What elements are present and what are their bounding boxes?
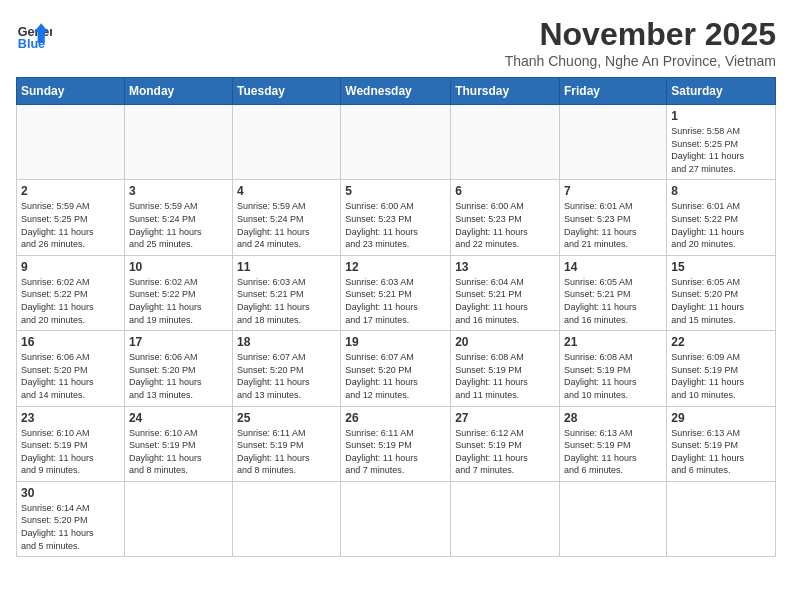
day-number: 2 — [21, 184, 120, 198]
day-info: Sunrise: 6:02 AM Sunset: 5:22 PM Dayligh… — [129, 276, 228, 326]
calendar-day-header: Thursday — [451, 78, 560, 105]
day-info: Sunrise: 6:08 AM Sunset: 5:19 PM Dayligh… — [564, 351, 662, 401]
day-info: Sunrise: 6:13 AM Sunset: 5:19 PM Dayligh… — [671, 427, 771, 477]
day-info: Sunrise: 5:59 AM Sunset: 5:24 PM Dayligh… — [129, 200, 228, 250]
day-info: Sunrise: 6:07 AM Sunset: 5:20 PM Dayligh… — [237, 351, 336, 401]
day-number: 8 — [671, 184, 771, 198]
calendar-cell: 19Sunrise: 6:07 AM Sunset: 5:20 PM Dayli… — [341, 331, 451, 406]
day-number: 18 — [237, 335, 336, 349]
day-number: 4 — [237, 184, 336, 198]
day-number: 30 — [21, 486, 120, 500]
day-info: Sunrise: 6:00 AM Sunset: 5:23 PM Dayligh… — [455, 200, 555, 250]
calendar-week-row: 1Sunrise: 5:58 AM Sunset: 5:25 PM Daylig… — [17, 105, 776, 180]
day-info: Sunrise: 6:04 AM Sunset: 5:21 PM Dayligh… — [455, 276, 555, 326]
calendar-week-row: 2Sunrise: 5:59 AM Sunset: 5:25 PM Daylig… — [17, 180, 776, 255]
day-info: Sunrise: 6:02 AM Sunset: 5:22 PM Dayligh… — [21, 276, 120, 326]
day-number: 5 — [345, 184, 446, 198]
calendar-cell — [560, 105, 667, 180]
calendar-cell: 23Sunrise: 6:10 AM Sunset: 5:19 PM Dayli… — [17, 406, 125, 481]
day-number: 1 — [671, 109, 771, 123]
calendar-cell: 14Sunrise: 6:05 AM Sunset: 5:21 PM Dayli… — [560, 255, 667, 330]
calendar-cell: 4Sunrise: 5:59 AM Sunset: 5:24 PM Daylig… — [233, 180, 341, 255]
calendar-cell: 12Sunrise: 6:03 AM Sunset: 5:21 PM Dayli… — [341, 255, 451, 330]
calendar-cell: 18Sunrise: 6:07 AM Sunset: 5:20 PM Dayli… — [233, 331, 341, 406]
calendar-cell: 17Sunrise: 6:06 AM Sunset: 5:20 PM Dayli… — [124, 331, 232, 406]
day-info: Sunrise: 6:14 AM Sunset: 5:20 PM Dayligh… — [21, 502, 120, 552]
day-info: Sunrise: 6:03 AM Sunset: 5:21 PM Dayligh… — [345, 276, 446, 326]
day-info: Sunrise: 5:59 AM Sunset: 5:25 PM Dayligh… — [21, 200, 120, 250]
calendar-cell: 24Sunrise: 6:10 AM Sunset: 5:19 PM Dayli… — [124, 406, 232, 481]
calendar-table: SundayMondayTuesdayWednesdayThursdayFrid… — [16, 77, 776, 557]
calendar-cell: 28Sunrise: 6:13 AM Sunset: 5:19 PM Dayli… — [560, 406, 667, 481]
day-info: Sunrise: 6:06 AM Sunset: 5:20 PM Dayligh… — [21, 351, 120, 401]
day-number: 6 — [455, 184, 555, 198]
calendar-cell: 5Sunrise: 6:00 AM Sunset: 5:23 PM Daylig… — [341, 180, 451, 255]
day-number: 13 — [455, 260, 555, 274]
calendar-cell: 6Sunrise: 6:00 AM Sunset: 5:23 PM Daylig… — [451, 180, 560, 255]
day-number: 22 — [671, 335, 771, 349]
calendar-cell: 27Sunrise: 6:12 AM Sunset: 5:19 PM Dayli… — [451, 406, 560, 481]
logo: General Blue — [16, 16, 52, 52]
day-info: Sunrise: 6:01 AM Sunset: 5:23 PM Dayligh… — [564, 200, 662, 250]
day-info: Sunrise: 6:05 AM Sunset: 5:20 PM Dayligh… — [671, 276, 771, 326]
day-number: 21 — [564, 335, 662, 349]
day-info: Sunrise: 6:10 AM Sunset: 5:19 PM Dayligh… — [129, 427, 228, 477]
day-number: 29 — [671, 411, 771, 425]
calendar-cell: 13Sunrise: 6:04 AM Sunset: 5:21 PM Dayli… — [451, 255, 560, 330]
calendar-cell: 26Sunrise: 6:11 AM Sunset: 5:19 PM Dayli… — [341, 406, 451, 481]
calendar-cell: 7Sunrise: 6:01 AM Sunset: 5:23 PM Daylig… — [560, 180, 667, 255]
calendar-cell: 10Sunrise: 6:02 AM Sunset: 5:22 PM Dayli… — [124, 255, 232, 330]
day-number: 25 — [237, 411, 336, 425]
calendar-cell: 9Sunrise: 6:02 AM Sunset: 5:22 PM Daylig… — [17, 255, 125, 330]
day-info: Sunrise: 6:03 AM Sunset: 5:21 PM Dayligh… — [237, 276, 336, 326]
day-number: 14 — [564, 260, 662, 274]
calendar-cell: 8Sunrise: 6:01 AM Sunset: 5:22 PM Daylig… — [667, 180, 776, 255]
day-info: Sunrise: 6:06 AM Sunset: 5:20 PM Dayligh… — [129, 351, 228, 401]
day-number: 16 — [21, 335, 120, 349]
page-header: General Blue November 2025 Thanh Chuong,… — [16, 16, 776, 69]
day-number: 27 — [455, 411, 555, 425]
calendar-cell — [451, 105, 560, 180]
day-info: Sunrise: 6:05 AM Sunset: 5:21 PM Dayligh… — [564, 276, 662, 326]
day-info: Sunrise: 5:58 AM Sunset: 5:25 PM Dayligh… — [671, 125, 771, 175]
calendar-day-header: Tuesday — [233, 78, 341, 105]
calendar-week-row: 9Sunrise: 6:02 AM Sunset: 5:22 PM Daylig… — [17, 255, 776, 330]
day-number: 3 — [129, 184, 228, 198]
calendar-cell: 2Sunrise: 5:59 AM Sunset: 5:25 PM Daylig… — [17, 180, 125, 255]
calendar-cell: 20Sunrise: 6:08 AM Sunset: 5:19 PM Dayli… — [451, 331, 560, 406]
title-block: November 2025 Thanh Chuong, Nghe An Prov… — [505, 16, 776, 69]
calendar-cell — [17, 105, 125, 180]
day-info: Sunrise: 6:10 AM Sunset: 5:19 PM Dayligh… — [21, 427, 120, 477]
day-number: 15 — [671, 260, 771, 274]
calendar-cell — [341, 105, 451, 180]
calendar-cell — [451, 481, 560, 556]
calendar-cell: 11Sunrise: 6:03 AM Sunset: 5:21 PM Dayli… — [233, 255, 341, 330]
day-number: 26 — [345, 411, 446, 425]
calendar-cell — [124, 481, 232, 556]
calendar-cell: 22Sunrise: 6:09 AM Sunset: 5:19 PM Dayli… — [667, 331, 776, 406]
calendar-cell: 29Sunrise: 6:13 AM Sunset: 5:19 PM Dayli… — [667, 406, 776, 481]
calendar-cell — [667, 481, 776, 556]
month-title: November 2025 — [505, 16, 776, 53]
calendar-cell — [560, 481, 667, 556]
day-number: 19 — [345, 335, 446, 349]
day-info: Sunrise: 6:11 AM Sunset: 5:19 PM Dayligh… — [345, 427, 446, 477]
day-number: 20 — [455, 335, 555, 349]
calendar-cell — [124, 105, 232, 180]
location-subtitle: Thanh Chuong, Nghe An Province, Vietnam — [505, 53, 776, 69]
calendar-cell: 21Sunrise: 6:08 AM Sunset: 5:19 PM Dayli… — [560, 331, 667, 406]
calendar-week-row: 16Sunrise: 6:06 AM Sunset: 5:20 PM Dayli… — [17, 331, 776, 406]
calendar-day-header: Sunday — [17, 78, 125, 105]
day-info: Sunrise: 6:07 AM Sunset: 5:20 PM Dayligh… — [345, 351, 446, 401]
calendar-cell — [233, 481, 341, 556]
calendar-day-header: Saturday — [667, 78, 776, 105]
day-number: 7 — [564, 184, 662, 198]
day-info: Sunrise: 6:01 AM Sunset: 5:22 PM Dayligh… — [671, 200, 771, 250]
day-info: Sunrise: 6:12 AM Sunset: 5:19 PM Dayligh… — [455, 427, 555, 477]
calendar-day-header: Wednesday — [341, 78, 451, 105]
calendar-cell — [233, 105, 341, 180]
calendar-week-row: 30Sunrise: 6:14 AM Sunset: 5:20 PM Dayli… — [17, 481, 776, 556]
calendar-cell: 30Sunrise: 6:14 AM Sunset: 5:20 PM Dayli… — [17, 481, 125, 556]
day-info: Sunrise: 6:00 AM Sunset: 5:23 PM Dayligh… — [345, 200, 446, 250]
day-number: 23 — [21, 411, 120, 425]
